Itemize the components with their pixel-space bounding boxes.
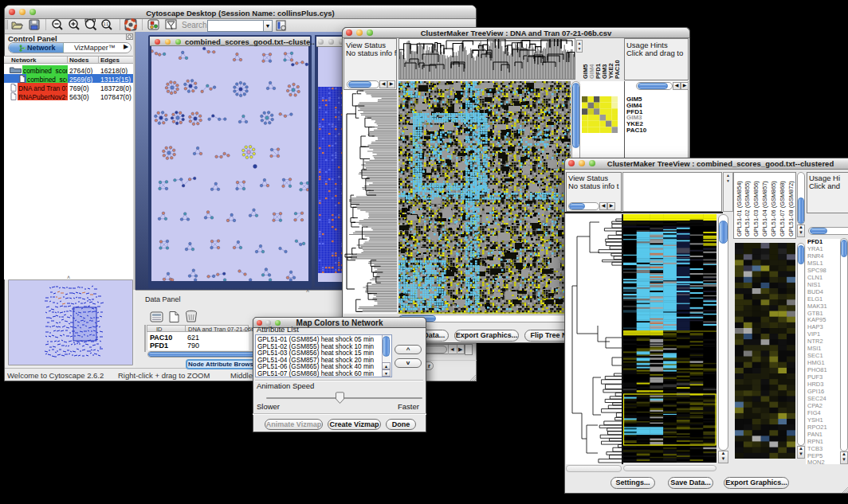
- svg-text:1:1: 1:1: [104, 22, 109, 26]
